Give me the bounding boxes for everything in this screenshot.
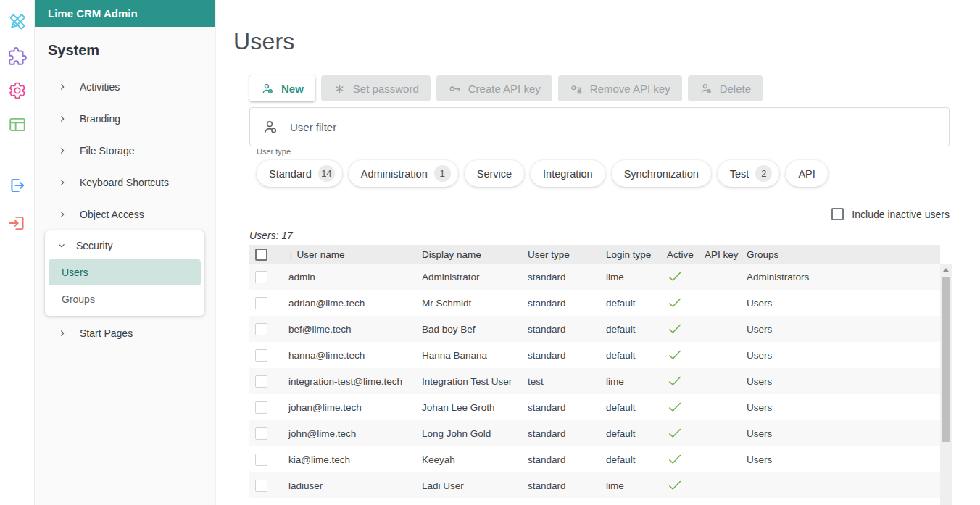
sidebar-item-users[interactable]: Users bbox=[49, 259, 201, 285]
scrollbar-thumb[interactable] bbox=[942, 277, 950, 442]
password-asterisk-icon bbox=[333, 82, 346, 96]
button-label: Set password bbox=[353, 83, 419, 95]
cell-user-name: admin bbox=[280, 264, 413, 290]
column-header-display-name[interactable]: Display name bbox=[413, 245, 519, 264]
row-checkbox[interactable] bbox=[255, 454, 267, 466]
user-type-chip[interactable]: Administration1 bbox=[349, 160, 458, 187]
lime-crm-admin-window: Lime CRM Admin System Activities Brandin… bbox=[0, 0, 980, 505]
cell-login-type: lime bbox=[597, 368, 658, 394]
user-filter-input[interactable] bbox=[288, 120, 940, 134]
sidebar-item-security[interactable]: Security bbox=[45, 232, 204, 259]
column-header-groups[interactable]: Groups bbox=[738, 245, 940, 264]
cell-groups: Administrators bbox=[738, 264, 940, 290]
column-header-user-type[interactable]: User type bbox=[519, 245, 597, 264]
table-row[interactable]: kia@lime.techKeeyahstandarddefaultUsers bbox=[249, 446, 940, 472]
set-password-button[interactable]: Set password bbox=[321, 75, 431, 101]
export-icon[interactable] bbox=[8, 176, 27, 195]
row-checkbox[interactable] bbox=[255, 323, 267, 335]
user-type-chip[interactable]: Test2 bbox=[718, 160, 780, 187]
scrollbar-up-arrow[interactable] bbox=[940, 264, 952, 275]
security-expanded-card: Security Users Groups bbox=[45, 230, 204, 316]
user-type-chip[interactable]: API bbox=[786, 160, 827, 187]
cell-user-type: standard bbox=[519, 394, 597, 420]
chip-label: Service bbox=[477, 168, 512, 180]
sidebar-item-keyboard-shortcuts[interactable]: Keyboard Shortcuts bbox=[35, 167, 215, 199]
chip-label: Integration bbox=[543, 168, 593, 180]
layout-icon[interactable] bbox=[8, 115, 27, 134]
sidebar-item-file-storage[interactable]: File Storage bbox=[35, 135, 215, 167]
sidebar-item-start-pages[interactable]: Start Pages bbox=[35, 317, 215, 349]
row-select-cell bbox=[249, 342, 280, 368]
chip-count-badge: 2 bbox=[755, 165, 772, 182]
user-type-chip[interactable]: Integration bbox=[531, 160, 605, 187]
cell-active bbox=[658, 446, 696, 472]
column-header-user-name[interactable]: ↑ User name bbox=[280, 245, 413, 264]
delete-button[interactable]: Delete bbox=[688, 75, 763, 101]
cell-api-key bbox=[696, 420, 738, 446]
row-checkbox[interactable] bbox=[255, 480, 267, 492]
cell-user-type: test bbox=[519, 368, 597, 394]
table-row[interactable]: ladiuserLadi Userstandardlime bbox=[249, 472, 940, 498]
chevron-right-icon bbox=[57, 178, 67, 188]
button-label: New bbox=[281, 83, 304, 95]
app-title: Lime CRM Admin bbox=[35, 0, 215, 27]
table-row[interactable]: adminAdministratorstandardlimeAdministra… bbox=[249, 264, 940, 290]
cell-user-name: bef@lime.tech bbox=[280, 316, 413, 342]
remove-api-key-button[interactable]: Remove API key bbox=[558, 75, 682, 101]
include-inactive-checkbox[interactable] bbox=[831, 208, 844, 220]
table-row[interactable]: adrian@lime.techMr Schmidtstandarddefaul… bbox=[249, 290, 940, 316]
sidebar-item-groups[interactable]: Groups bbox=[49, 285, 201, 313]
create-api-key-button[interactable]: Create API key bbox=[436, 75, 552, 101]
table-row[interactable]: johan@lime.techJohan Lee Grothstandardde… bbox=[249, 394, 940, 420]
page-title: Users bbox=[233, 28, 295, 55]
cell-display-name: Mr Schmidt bbox=[413, 290, 519, 316]
user-filter-box bbox=[249, 107, 950, 146]
sidebar-item-label: Activities bbox=[80, 81, 120, 93]
user-type-chip[interactable]: Synchronization bbox=[612, 160, 711, 187]
table-row[interactable]: bef@lime.techBad boy BefstandarddefaultU… bbox=[249, 316, 940, 342]
user-type-chip[interactable]: Service bbox=[465, 160, 524, 187]
table-row[interactable]: integration-test@lime.techIntegration Te… bbox=[249, 368, 940, 394]
column-header-active[interactable]: Active bbox=[658, 245, 696, 264]
chip-label: Standard bbox=[269, 168, 312, 180]
sidebar-item-label: Groups bbox=[62, 293, 95, 305]
row-select-cell bbox=[249, 472, 280, 498]
row-checkbox[interactable] bbox=[255, 349, 267, 362]
sidebar-item-branding[interactable]: Branding bbox=[35, 103, 215, 135]
gear-icon[interactable] bbox=[8, 81, 27, 100]
row-checkbox[interactable] bbox=[255, 271, 267, 283]
cell-user-type: standard bbox=[519, 290, 597, 316]
row-checkbox[interactable] bbox=[255, 401, 267, 414]
sidebar-item-object-access[interactable]: Object Access bbox=[35, 199, 215, 230]
cell-groups: Users bbox=[738, 290, 940, 316]
cell-display-name: Hanna Banana bbox=[413, 342, 519, 368]
table-row[interactable]: john@lime.techLong John Goldstandarddefa… bbox=[249, 420, 940, 446]
column-header-api-key[interactable]: API key bbox=[696, 245, 738, 264]
cell-user-name: kia@lime.tech bbox=[280, 446, 413, 472]
table-row[interactable]: hanna@lime.techHanna Bananastandarddefau… bbox=[249, 342, 940, 368]
puzzle-icon[interactable] bbox=[8, 47, 27, 66]
new-button[interactable]: New bbox=[249, 75, 315, 101]
user-type-chip[interactable]: Standard14 bbox=[257, 160, 342, 187]
row-select-cell bbox=[249, 316, 280, 342]
cell-api-key bbox=[696, 290, 738, 316]
cell-api-key bbox=[696, 368, 738, 394]
icon-rail bbox=[0, 0, 35, 505]
cell-user-type: standard bbox=[519, 446, 597, 472]
main-content: Users New Set password Create API key bbox=[216, 0, 980, 505]
row-checkbox[interactable] bbox=[255, 297, 267, 309]
column-label: Active bbox=[667, 249, 694, 260]
import-icon[interactable] bbox=[8, 214, 27, 233]
sidebar-item-activities[interactable]: Activities bbox=[35, 71, 215, 103]
column-header-login-type[interactable]: Login type bbox=[597, 245, 658, 264]
cell-groups: Users bbox=[738, 420, 940, 446]
active-check-icon bbox=[667, 295, 683, 311]
chip-label: Synchronization bbox=[624, 168, 699, 180]
select-all-checkbox[interactable] bbox=[255, 249, 267, 261]
cell-login-type: default bbox=[597, 446, 658, 472]
row-checkbox[interactable] bbox=[255, 427, 267, 440]
design-tools-icon[interactable] bbox=[8, 12, 27, 31]
cell-login-type: default bbox=[597, 316, 658, 342]
cell-api-key bbox=[696, 264, 738, 290]
row-checkbox[interactable] bbox=[255, 375, 267, 388]
